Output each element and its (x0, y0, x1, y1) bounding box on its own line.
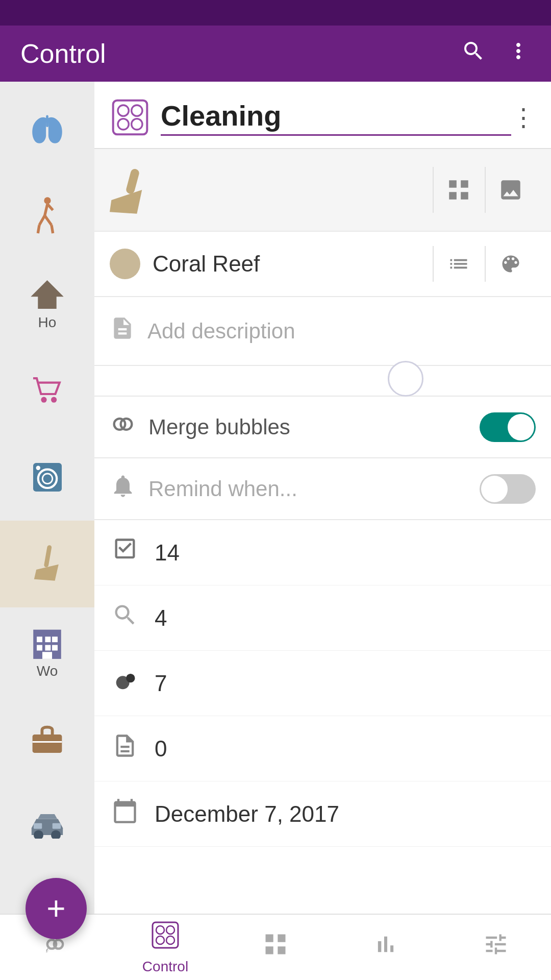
sidebar-item-label-home: Ho (38, 314, 57, 331)
svg-rect-28 (34, 823, 42, 828)
fab-icon: + (46, 890, 65, 927)
svg-rect-30 (113, 101, 147, 135)
svg-rect-29 (53, 823, 61, 828)
svg-point-31 (118, 105, 129, 116)
panel-more-icon[interactable]: ⋮ (511, 103, 536, 132)
description-row[interactable]: Add description (94, 297, 551, 366)
docs-stat-icon (110, 732, 140, 765)
svg-rect-22 (52, 645, 58, 650)
svg-line-5 (47, 204, 53, 210)
svg-rect-18 (45, 636, 51, 642)
description-icon (110, 315, 135, 347)
sidebar-item-cart[interactable] (0, 347, 94, 434)
sidebar-item-label-building: Wo (37, 663, 58, 679)
nav-item-chart[interactable] (331, 931, 441, 964)
list-view-btn[interactable] (433, 246, 484, 282)
svg-rect-20 (37, 645, 42, 650)
image-view-btn[interactable] (485, 167, 536, 213)
color-name: Coral Reef (153, 251, 433, 277)
remind-when-icon (110, 473, 136, 505)
svg-point-34 (132, 119, 142, 130)
sidebar-item-home[interactable]: Ho (0, 260, 94, 347)
palette-btn[interactable] (485, 246, 536, 282)
svg-rect-0 (46, 115, 48, 127)
status-bar (0, 0, 551, 26)
tasks-stat-row: 14 (94, 520, 551, 585)
svg-marker-8 (31, 280, 63, 309)
divider-with-circle (94, 366, 551, 397)
svg-point-1 (44, 197, 51, 204)
svg-point-10 (51, 397, 57, 403)
nav-sliders-icon (483, 931, 509, 964)
merge-bubbles-row: Merge bubbles (94, 397, 551, 458)
svg-rect-19 (52, 636, 58, 642)
bubbles-stat-value: 7 (155, 671, 167, 696)
fab-button[interactable]: + (26, 878, 87, 939)
sidebar-item-broom[interactable] (0, 521, 94, 607)
svg-line-4 (44, 215, 51, 225)
nav-item-grid[interactable] (220, 931, 331, 964)
svg-rect-15 (43, 545, 52, 568)
svg-rect-23 (42, 652, 52, 659)
svg-point-39 (126, 674, 135, 682)
nav-grid-icon (262, 931, 289, 964)
sidebar-item-washer[interactable] (0, 434, 94, 521)
app-title: Control (20, 38, 461, 69)
date-stat-icon (110, 798, 140, 830)
remind-when-row: Remind when... (94, 458, 551, 520)
sidebar-item-briefcase[interactable] (0, 694, 94, 781)
sidebar-item-car[interactable] (0, 781, 94, 868)
panel-header: Cleaning ⋮ (94, 82, 551, 149)
toolbar: Control (0, 26, 551, 82)
sidebar: Ho (0, 82, 94, 980)
svg-line-3 (39, 215, 45, 225)
search-stat-row: 4 (94, 585, 551, 651)
more-options-icon[interactable] (506, 39, 531, 69)
nav-item-control[interactable]: Control (110, 920, 220, 975)
remind-when-toggle[interactable] (480, 474, 536, 504)
svg-line-7 (52, 225, 53, 233)
svg-rect-24 (33, 734, 62, 753)
remind-when-label: Remind when... (148, 477, 480, 501)
date-stat-value: December 7, 2017 (155, 801, 339, 827)
tasks-value: 14 (155, 540, 180, 566)
description-placeholder: Add description (147, 319, 295, 344)
icon-image-row (94, 149, 551, 232)
svg-point-32 (132, 105, 142, 116)
svg-point-48 (166, 936, 174, 944)
bubbles-stat-icon (110, 667, 140, 699)
merge-bubbles-label: Merge bubbles (148, 415, 480, 439)
date-stat-row: December 7, 2017 (94, 781, 551, 847)
svg-marker-42 (46, 948, 48, 953)
nav-control-label: Control (142, 959, 188, 975)
svg-rect-35 (125, 168, 140, 195)
svg-rect-17 (37, 636, 42, 642)
search-icon[interactable] (461, 39, 486, 69)
grid-view-btn[interactable] (433, 167, 484, 213)
sidebar-item-building[interactable]: Wo (0, 607, 94, 694)
panel-header-icon (110, 97, 151, 138)
merge-bubbles-icon (110, 411, 136, 443)
svg-point-46 (166, 926, 174, 934)
search-stat-icon (110, 602, 140, 634)
svg-line-2 (44, 204, 47, 216)
sidebar-item-lungs[interactable] (0, 87, 94, 174)
svg-point-33 (118, 119, 129, 130)
panel-title: Cleaning (161, 99, 511, 136)
merge-bubbles-toggle[interactable] (480, 412, 536, 442)
sidebar-item-walk[interactable] (0, 174, 94, 260)
color-swatch (110, 249, 140, 279)
color-row: Coral Reef (94, 232, 551, 297)
bubbles-stat-row: 7 (94, 651, 551, 716)
content-panel: Cleaning ⋮ (94, 82, 551, 980)
svg-point-9 (41, 397, 46, 403)
tasks-icon (110, 536, 140, 569)
svg-rect-21 (45, 645, 51, 650)
docs-stat-row: 0 (94, 716, 551, 781)
nav-item-sliders[interactable] (441, 931, 551, 964)
nav-control-icon (150, 920, 181, 957)
docs-stat-value: 0 (155, 736, 167, 762)
svg-point-14 (36, 466, 40, 470)
search-stat-value: 4 (155, 605, 167, 631)
svg-point-47 (156, 936, 164, 944)
